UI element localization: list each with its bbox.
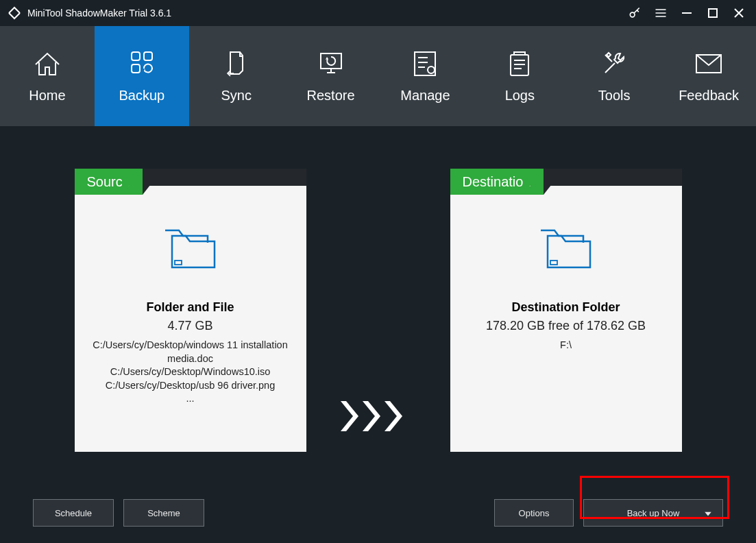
nav-label: Restore [307, 88, 355, 104]
nav-label: Tools [598, 88, 631, 104]
workspace: Source Folder and File 4.77 GB C:/Users/… [0, 126, 756, 543]
tools-icon [600, 49, 629, 78]
sync-icon [223, 49, 250, 78]
destination-card[interactable]: Destination Destination Folder 178.20 GB… [450, 169, 682, 452]
nav-label: Logs [505, 88, 535, 104]
restore-icon [315, 49, 347, 78]
source-paths: C:/Users/cy/Desktop/windows 11 installat… [84, 339, 297, 406]
minimize-button[interactable] [674, 0, 700, 26]
svg-rect-5 [321, 53, 341, 69]
nav-bar: Home Backup Sync Restore Manage Logs T [0, 26, 756, 126]
nav-tools[interactable]: Tools [567, 26, 661, 126]
nav-restore[interactable]: Restore [284, 26, 378, 126]
nav-sync[interactable]: Sync [189, 26, 284, 126]
backup-now-label: Back up Now [627, 508, 680, 518]
app-title: MiniTool ShadowMaker Trial 3.6.1 [27, 8, 171, 19]
folder-icon [535, 224, 597, 276]
title-bar: MiniTool ShadowMaker Trial 3.6.1 [0, 0, 756, 26]
source-header: Source [75, 169, 306, 195]
nav-label: Sync [221, 88, 251, 104]
svg-rect-11 [550, 261, 557, 265]
svg-rect-3 [144, 52, 152, 60]
maximize-button[interactable] [700, 0, 726, 26]
close-button[interactable] [726, 0, 752, 26]
backup-icon [126, 49, 158, 78]
source-title: Folder and File [146, 300, 234, 315]
nav-manage[interactable]: Manage [378, 26, 473, 126]
nav-backup[interactable]: Backup [95, 26, 189, 126]
nav-logs[interactable]: Logs [472, 26, 567, 126]
nav-feedback[interactable]: Feedback [661, 26, 756, 126]
svg-rect-4 [132, 64, 140, 73]
destination-path: F:\ [560, 339, 572, 352]
home-icon [32, 49, 63, 78]
app-logo-icon [7, 5, 22, 21]
scheme-button[interactable]: Scheme [123, 499, 204, 527]
destination-title: Destination Folder [511, 300, 620, 315]
svg-point-0 [630, 12, 635, 17]
nav-home[interactable]: Home [0, 26, 95, 126]
dropdown-caret-icon [705, 508, 711, 518]
nav-label: Backup [119, 88, 164, 104]
svg-rect-10 [175, 261, 182, 265]
source-path-line: C:/Users/cy/Desktop/usb 96 driver.png [84, 379, 297, 393]
options-button[interactable]: Options [494, 499, 574, 527]
title-right [622, 0, 752, 26]
menu-icon[interactable] [648, 0, 674, 26]
schedule-button[interactable]: Schedule [33, 499, 114, 527]
nav-label: Home [29, 88, 65, 104]
svg-rect-6 [415, 52, 435, 75]
nav-label: Feedback [679, 88, 739, 104]
source-size: 4.77 GB [167, 319, 212, 333]
destination-size: 178.20 GB free of 178.62 GB [486, 319, 646, 333]
manage-icon [411, 49, 439, 78]
source-path-line: C:/Users/cy/Desktop/windows 11 installat… [84, 339, 297, 365]
svg-rect-1 [709, 9, 717, 17]
logs-icon [506, 49, 533, 78]
folder-icon [160, 224, 221, 276]
feedback-icon [694, 49, 724, 78]
svg-rect-2 [132, 52, 140, 60]
source-card[interactable]: Source Folder and File 4.77 GB C:/Users/… [75, 169, 306, 452]
key-icon[interactable] [622, 0, 648, 26]
source-path-line: C:/Users/cy/Desktop/Windows10.iso [84, 365, 297, 379]
backup-now-button[interactable]: Back up Now [583, 499, 723, 527]
destination-header: Destination [450, 169, 682, 195]
button-row: Schedule Scheme Options Back up Now [0, 499, 756, 527]
source-path-line: ... [84, 392, 297, 406]
arrow-chevrons-icon [341, 401, 416, 434]
nav-label: Manage [400, 88, 450, 104]
